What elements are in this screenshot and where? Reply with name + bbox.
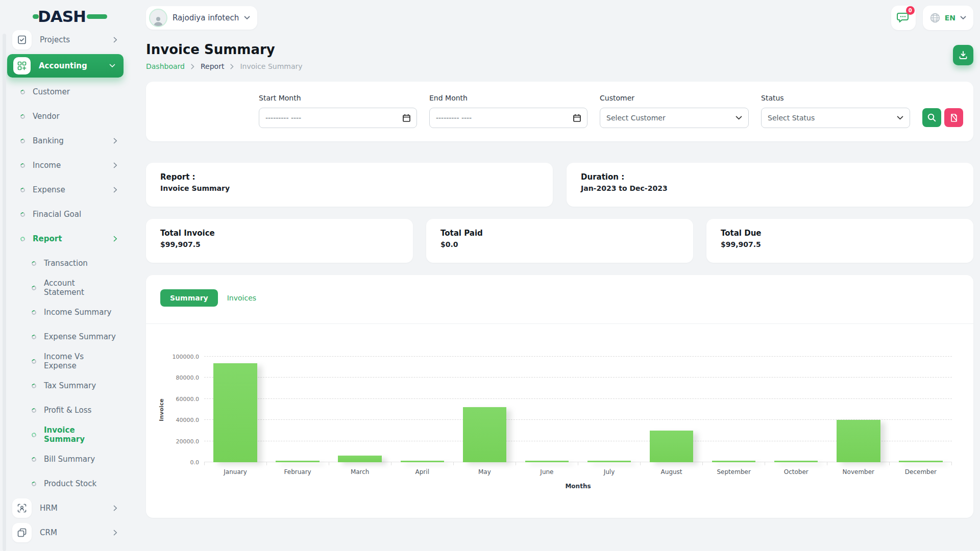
bar-march[interactable]	[338, 456, 381, 462]
bullet-icon	[31, 260, 37, 266]
reset-filter-button[interactable]	[944, 108, 963, 127]
download-button[interactable]	[953, 45, 973, 65]
x-axis-ticks	[204, 462, 952, 465]
app-root: DASH ProjectsAccountingCustomerVendorBan…	[0, 0, 980, 551]
sidebar-item-profit-loss[interactable]: Profit & Loss	[0, 398, 131, 422]
bar-april[interactable]	[401, 461, 444, 462]
x-tick	[827, 462, 890, 465]
y-tick-label: 40000.0	[176, 417, 200, 423]
customer-label: Customer	[600, 94, 749, 102]
sidebar-item-crm[interactable]: CRM	[0, 520, 131, 545]
sidebar-item-vendor[interactable]: Vendor	[0, 104, 131, 129]
sidebar-item-income[interactable]: Income	[0, 153, 131, 178]
sidebar-item-label: Transaction	[44, 259, 88, 268]
sidebar-item-product-stock[interactable]: Product Stock	[0, 471, 131, 496]
y-tick-label: 100000.0	[173, 354, 200, 360]
bar-february[interactable]	[276, 461, 319, 462]
sidebar-item-projects[interactable]: Projects	[0, 28, 131, 52]
status-label: Status	[761, 94, 910, 102]
sidebar-item-invoice-summary[interactable]: Invoice Summary	[0, 422, 131, 447]
notification-badge: 0	[906, 6, 915, 15]
sidebar-item-accounting[interactable]: Accounting	[7, 54, 124, 78]
total-invoice-value: $99,907.5	[160, 240, 399, 248]
sidebar-item-report[interactable]: Report	[0, 227, 131, 251]
bullet-icon	[31, 309, 37, 315]
sidebar-item-label: Finacial Goal	[33, 210, 81, 219]
chevron-down-icon	[897, 116, 903, 120]
sidebar-item-label: CRM	[40, 528, 57, 537]
sidebar-item-label: Tax Summary	[44, 381, 96, 390]
sidebar-item-tax-summary[interactable]: Tax Summary	[0, 373, 131, 398]
y-axis-label: Invoice	[158, 398, 165, 421]
main-area: Rajodiya infotech 0 EN Invoice Summary	[131, 0, 980, 551]
stats-row: Total Invoice $99,907.5 Total Paid $0.0 …	[146, 219, 973, 263]
bar-august[interactable]	[650, 431, 693, 462]
sidebar-item-label: Report	[33, 234, 62, 243]
customer-select[interactable]: Select Customer	[600, 108, 749, 128]
sidebar-item-label: Invoice Summary	[44, 425, 117, 444]
x-label-may: May	[453, 468, 516, 475]
globe-icon	[930, 13, 940, 23]
sidebar-item-expense-summary[interactable]: Expense Summary	[0, 324, 131, 349]
language-selector[interactable]: EN	[923, 6, 973, 30]
bullet-icon	[20, 236, 26, 242]
bar-june[interactable]	[525, 461, 569, 462]
bar-september[interactable]	[712, 461, 755, 462]
bar-january[interactable]	[213, 363, 257, 462]
chevron-down-icon	[244, 16, 250, 20]
end-month-placeholder: --------- ----	[436, 114, 472, 122]
bar-july[interactable]	[587, 461, 631, 462]
bullet-icon	[31, 334, 37, 340]
sidebar-item-label: Income	[33, 161, 61, 170]
bullet-icon	[20, 89, 26, 95]
messages-button[interactable]: 0	[891, 6, 916, 30]
sidebar-item-customer[interactable]: Customer	[0, 80, 131, 104]
breadcrumb-report[interactable]: Report	[201, 62, 224, 70]
tab-invoices[interactable]: Invoices	[227, 294, 256, 302]
sidebar-item-label: Bill Summary	[44, 455, 95, 464]
bar-slot-september	[703, 357, 765, 462]
clipboard-check-icon	[12, 30, 32, 49]
x-tick	[641, 462, 703, 465]
bar-october[interactable]	[774, 461, 818, 462]
page-header-texts: Invoice Summary Dashboard Report Invoice…	[146, 42, 303, 70]
sidebar-item-expense[interactable]: Expense	[0, 178, 131, 202]
category-icon	[13, 57, 31, 74]
sidebar-item-bill-summary[interactable]: Bill Summary	[0, 447, 131, 471]
bar-december[interactable]	[899, 461, 942, 462]
breadcrumb-dashboard[interactable]: Dashboard	[146, 62, 185, 70]
start-month-field: Start Month --------- ----	[259, 94, 417, 128]
sidebar: DASH ProjectsAccountingCustomerVendorBan…	[0, 0, 131, 551]
filter-panel: Start Month --------- ---- End Month ---…	[146, 82, 973, 141]
sidebar-scrollbar[interactable]	[3, 34, 6, 551]
x-label-march: March	[329, 468, 391, 475]
apply-filter-button[interactable]	[922, 108, 941, 127]
sidebar-item-label: Account Statement	[44, 279, 117, 297]
tab-summary[interactable]: Summary	[160, 289, 218, 307]
sidebar-item-label: Expense	[33, 185, 65, 194]
logo-text: DASH	[38, 7, 86, 26]
sidebar-item-banking[interactable]: Banking	[0, 129, 131, 153]
status-select[interactable]: Select Status	[761, 108, 910, 128]
report-label: Report :	[160, 172, 538, 182]
sidebar-item-income-vs-expense[interactable]: Income Vs Expense	[0, 349, 131, 373]
x-tick	[205, 462, 267, 465]
bullet-icon	[31, 358, 37, 364]
sidebar-item-income-summary[interactable]: Income Summary	[0, 300, 131, 324]
bar-may[interactable]	[463, 407, 506, 462]
x-tick	[267, 462, 329, 465]
start-month-input[interactable]: --------- ----	[259, 108, 417, 128]
bar-slot-december	[890, 357, 952, 462]
end-month-input[interactable]: --------- ----	[429, 108, 587, 128]
sidebar-item-finacial-goal[interactable]: Finacial Goal	[0, 202, 131, 227]
hrm-scan-icon	[12, 498, 32, 518]
report-card: Report : Invoice Summary	[146, 163, 553, 207]
sidebar-item-transaction[interactable]: Transaction	[0, 251, 131, 276]
sidebar-item-hrm[interactable]: HRM	[0, 496, 131, 520]
bar-november[interactable]	[837, 420, 880, 462]
sidebar-item-label: Profit & Loss	[44, 406, 91, 415]
chevron-right-icon	[113, 236, 117, 242]
bar-slot-april	[391, 357, 453, 462]
sidebar-item-account-statement[interactable]: Account Statement	[0, 276, 131, 300]
company-selector[interactable]: Rajodiya infotech	[146, 6, 257, 30]
